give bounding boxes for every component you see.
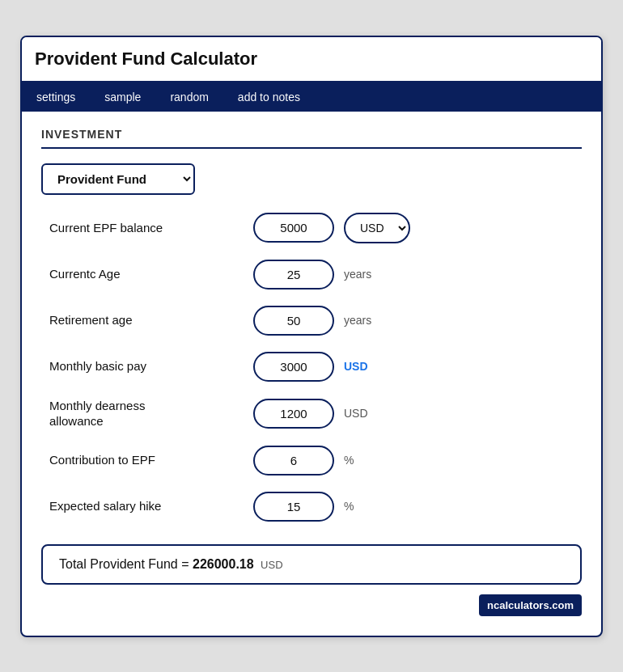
- unit-salary-hike: %: [344, 500, 354, 513]
- branding: ncalculators.com: [41, 594, 582, 616]
- result-label: Total Provident Fund =: [59, 557, 189, 571]
- label-dearness: Monthly dearness allowance: [49, 398, 244, 429]
- fund-type-select[interactable]: Provident Fund EPF PPF: [41, 163, 195, 195]
- field-row-epf-balance: Current EPF balance USD EUR GBP INR: [49, 213, 582, 243]
- field-row-dearness: Monthly dearness allowance USD: [49, 398, 582, 429]
- unit-monthly-basic-pay: USD: [344, 360, 368, 373]
- title-bar: Provident Fund Calculator: [22, 37, 601, 82]
- calculator-card: Provident Fund Calculator settings sampl…: [20, 36, 603, 637]
- result-bar: Total Provident Fund = 226000.18 USD: [41, 544, 582, 585]
- input-monthly-basic-pay[interactable]: [253, 352, 334, 382]
- unit-contribution: %: [344, 454, 354, 467]
- tab-random[interactable]: random: [155, 82, 222, 112]
- fund-type-selector[interactable]: Provident Fund EPF PPF: [41, 163, 195, 195]
- label-retirement-age: Retirement age: [49, 312, 244, 328]
- section-header: INVESTMENT: [41, 128, 582, 149]
- tabs-bar: settings sample random add to notes: [22, 82, 601, 112]
- brand-tag: ncalculators.com: [479, 594, 582, 616]
- currency-dropdown-epf[interactable]: USD EUR GBP INR: [344, 213, 410, 243]
- fields-container: Current EPF balance USD EUR GBP INR Curr…: [41, 213, 582, 522]
- label-current-age: Currentc Age: [49, 266, 244, 282]
- label-contribution: Contribution to EPF: [49, 452, 244, 468]
- result-unit: USD: [261, 559, 282, 571]
- tab-add-to-notes[interactable]: add to notes: [223, 82, 315, 112]
- field-row-retirement-age: Retirement age years: [49, 306, 582, 336]
- page-title: Provident Fund Calculator: [35, 49, 588, 70]
- tab-settings[interactable]: settings: [22, 82, 90, 112]
- label-epf-balance: Current EPF balance: [49, 220, 244, 236]
- field-row-current-age: Currentc Age years: [49, 260, 582, 290]
- input-contribution[interactable]: [253, 446, 334, 475]
- unit-retirement-age: years: [344, 314, 371, 327]
- input-dearness[interactable]: [253, 399, 334, 429]
- label-salary-hike: Expected salary hike: [49, 498, 244, 514]
- input-current-age[interactable]: [253, 260, 334, 290]
- input-epf-balance[interactable]: [253, 213, 334, 243]
- label-monthly-basic-pay: Monthly basic pay: [49, 358, 244, 374]
- field-row-salary-hike: Expected salary hike %: [49, 492, 582, 522]
- tab-sample[interactable]: sample: [90, 82, 155, 112]
- unit-dearness: USD: [344, 407, 368, 420]
- input-salary-hike[interactable]: [253, 492, 334, 522]
- input-retirement-age[interactable]: [253, 306, 334, 336]
- unit-current-age: years: [344, 268, 371, 281]
- field-row-contribution: Contribution to EPF %: [49, 446, 582, 475]
- main-content: INVESTMENT Provident Fund EPF PPF Curren…: [22, 112, 601, 636]
- field-row-monthly-basic-pay: Monthly basic pay USD: [49, 352, 582, 382]
- result-value: 226000.18: [193, 557, 254, 571]
